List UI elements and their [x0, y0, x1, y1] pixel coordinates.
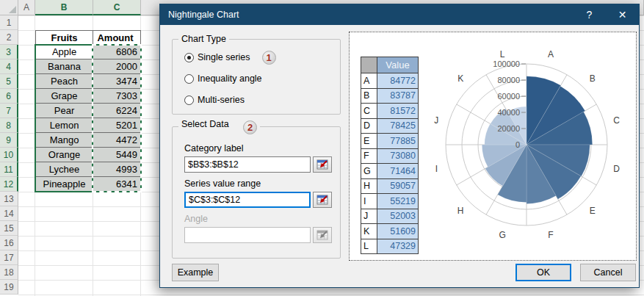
amount-cell[interactable]: 6806 — [93, 45, 141, 59]
range-picker-button-0[interactable] — [313, 156, 332, 173]
field-row-1 — [184, 192, 333, 208]
fruit-table-row: Pineapple6341 — [35, 177, 141, 192]
category-label-b: B — [590, 73, 596, 84]
range-input-2[interactable] — [184, 227, 311, 243]
amount-cell[interactable]: 6224 — [93, 104, 141, 118]
category-label-h: H — [457, 206, 464, 216]
row-header-18[interactable]: 18 — [0, 265, 18, 280]
example-button[interactable]: Example — [172, 264, 219, 281]
amount-cell[interactable]: 5449 — [93, 148, 141, 162]
category-label-i: I — [435, 164, 438, 174]
amount-cell[interactable]: 5201 — [93, 118, 141, 133]
row-header-12[interactable]: 12 — [0, 177, 18, 192]
step-2-badge: 2 — [243, 120, 257, 134]
fruit-name-cell[interactable]: Mango — [35, 133, 93, 148]
step-1-badge: 1 — [262, 51, 276, 65]
close-button[interactable]: ✕ — [606, 4, 639, 25]
category-label-e: E — [590, 206, 596, 216]
amount-cell[interactable]: 2000 — [93, 59, 141, 74]
fruit-name-cell[interactable]: Pear — [35, 104, 93, 118]
nightingale-chart-dialog: Nightingale Chart ? ✕ Chart Type Single … — [159, 4, 640, 288]
row-header-4[interactable]: 4 — [0, 59, 18, 74]
amount-cell[interactable]: 6341 — [93, 177, 141, 192]
column-header-c[interactable]: C — [93, 0, 141, 15]
radial-tick-label: 80000 — [497, 76, 520, 84]
fruit-table-row: Apple6806 — [35, 45, 141, 59]
row-headers: 12345678910111213141516171819 — [0, 15, 18, 295]
row-header-14[interactable]: 14 — [0, 206, 18, 221]
nightingale-rose-chart: 020000400006000080000100000ABCDEFGHIJKL — [350, 32, 637, 261]
radio-button-icon[interactable] — [184, 53, 194, 62]
radio-button-icon[interactable] — [184, 95, 194, 105]
dialog-titlebar[interactable]: Nightingale Chart ? ✕ — [160, 4, 639, 25]
amount-header-cell[interactable]: Amount — [93, 30, 141, 45]
row-header-15[interactable]: 15 — [0, 221, 18, 236]
range-picker-button-2[interactable] — [313, 227, 332, 243]
row-header-10[interactable]: 10 — [0, 148, 18, 162]
fruit-table-row: Banana2000 — [35, 59, 141, 74]
fruit-name-cell[interactable]: Pineapple — [35, 177, 93, 192]
chart-type-option-0[interactable]: Single series1 — [184, 52, 333, 62]
fruit-name-cell[interactable]: Grape — [35, 89, 93, 104]
fruit-table-row: Grape7303 — [35, 89, 141, 104]
cancel-button[interactable]: Cancel — [580, 264, 636, 281]
field-label-0: Category label — [184, 143, 333, 154]
row-header-3[interactable]: 3 — [0, 45, 18, 59]
fruit-name-cell[interactable]: Apple — [35, 45, 93, 59]
select-data-legend: Select Data 2 — [178, 119, 260, 134]
row-header-19[interactable]: 19 — [0, 280, 18, 295]
radial-tick-label: 60000 — [497, 92, 520, 101]
amount-cell[interactable]: 7303 — [93, 89, 141, 104]
row-header-9[interactable]: 9 — [0, 133, 18, 148]
chart-type-options: Single series1Inequality angleMulti-seri… — [180, 52, 333, 105]
help-button[interactable]: ? — [573, 4, 606, 25]
category-label-a: A — [548, 49, 554, 59]
category-label-j: J — [434, 115, 438, 126]
fruit-name-cell[interactable]: Lemon — [35, 118, 93, 133]
fruit-name-cell[interactable]: Banana — [35, 59, 93, 74]
row-header-17[interactable]: 17 — [0, 250, 18, 265]
select-all-corner[interactable] — [0, 0, 18, 15]
range-input-1[interactable] — [184, 192, 311, 208]
dialog-title: Nightingale Chart — [160, 10, 573, 20]
row-header-7[interactable]: 7 — [0, 104, 18, 118]
fruit-name-cell[interactable]: Lychee — [35, 162, 93, 177]
column-header-b[interactable]: B — [35, 0, 93, 15]
row-header-11[interactable]: 11 — [0, 162, 18, 177]
row-header-1[interactable]: 1 — [0, 15, 18, 30]
radio-label: Inequality angle — [198, 73, 262, 84]
select-data-fields: Category labelSeries value rangeAngle — [180, 143, 333, 243]
row-header-2[interactable]: 2 — [0, 30, 18, 45]
category-label-f: F — [548, 230, 553, 240]
range-picker-button-1[interactable] — [313, 192, 332, 208]
row-header-8[interactable]: 8 — [0, 118, 18, 133]
fruit-name-cell[interactable]: Orange — [35, 148, 93, 162]
row-header-6[interactable]: 6 — [0, 89, 18, 104]
fruit-table-row: Pear6224 — [35, 104, 141, 118]
chart-type-legend: Chart Type — [178, 34, 229, 44]
row-header-16[interactable]: 16 — [0, 236, 18, 250]
category-label-g: G — [499, 230, 505, 240]
fruits-header-cell[interactable]: Fruits — [35, 30, 93, 45]
amount-cell[interactable]: 4993 — [93, 162, 141, 177]
column-header-a[interactable]: A — [18, 0, 35, 15]
amount-cell[interactable]: 4472 — [93, 133, 141, 148]
chart-type-group: Chart Type Single series1Inequality angl… — [172, 34, 341, 115]
chart-type-option-2[interactable]: Multi-series — [184, 95, 333, 105]
select-all-triangle-icon — [9, 6, 16, 13]
radio-button-icon[interactable] — [184, 74, 194, 84]
row-header-13[interactable]: 13 — [0, 192, 18, 206]
range-picker-icon — [316, 159, 329, 170]
radial-tick-label: 100000 — [493, 59, 520, 68]
fruit-table-row: Lemon5201 — [35, 118, 141, 133]
range-picker-icon — [316, 195, 329, 205]
ok-button[interactable]: OK — [515, 264, 571, 281]
amount-cell[interactable]: 3474 — [93, 74, 141, 89]
chart-type-option-1[interactable]: Inequality angle — [184, 73, 333, 84]
radial-tick-label: 20000 — [497, 124, 520, 133]
range-input-0[interactable] — [184, 156, 311, 173]
fruit-table-row: Lychee4993 — [35, 162, 141, 177]
row-header-5[interactable]: 5 — [0, 74, 18, 89]
fruit-table: FruitsAmountApple6806Banana2000Peach3474… — [35, 30, 141, 192]
fruit-name-cell[interactable]: Peach — [35, 74, 93, 89]
